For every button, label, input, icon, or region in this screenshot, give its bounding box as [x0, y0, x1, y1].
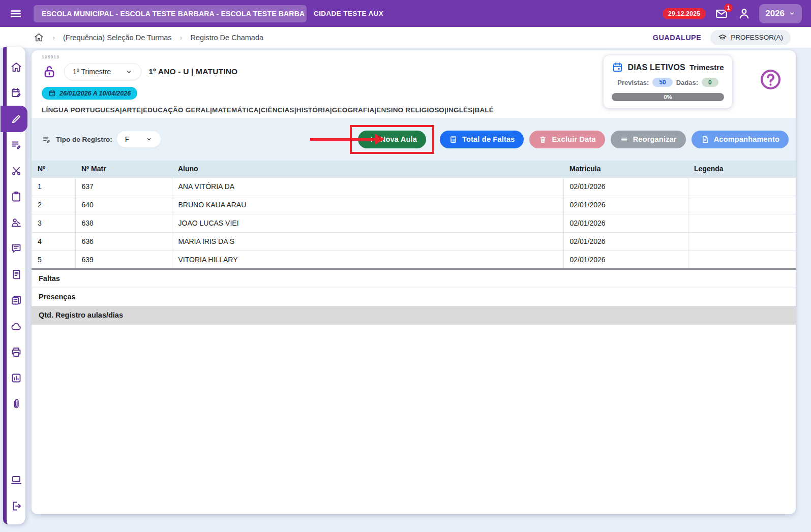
- table-cell: 637: [75, 177, 172, 196]
- sidebar-item-news[interactable]: [9, 293, 23, 307]
- date-range-text: 26/01/2026 A 10/04/2026: [59, 90, 131, 97]
- sidebar-item-home[interactable]: [9, 60, 23, 74]
- mail-button[interactable]: 1: [714, 7, 729, 20]
- dias-letivos-title: DIAS LETIVOS: [627, 63, 685, 72]
- year-dropdown[interactable]: 2026: [759, 4, 802, 23]
- table-cell: 02/01/2026: [563, 232, 688, 251]
- sidebar-item-records[interactable]: [9, 138, 23, 152]
- excluir-data-button[interactable]: Excluir Data: [529, 131, 605, 148]
- file-icon: [701, 135, 709, 144]
- paperclip-icon: [10, 398, 22, 410]
- dadas-value-badge: 0: [702, 78, 718, 87]
- trash-icon: [538, 135, 547, 144]
- table-cell: 639: [75, 251, 172, 269]
- calendar-icon: [48, 89, 56, 97]
- sidebar-item-clipboard[interactable]: [9, 190, 23, 204]
- table-cell: 02/01/2026: [563, 251, 688, 269]
- previstas-value-badge: 50: [652, 78, 672, 87]
- sidebar-item-attachments[interactable]: [9, 397, 23, 411]
- mail-count-badge: 1: [724, 4, 733, 12]
- user-profile-icon[interactable]: [737, 7, 751, 20]
- trimester-value: 1º Trimestre: [73, 68, 111, 76]
- table-cell: MARIA IRIS DA S: [172, 232, 563, 251]
- table-cell: VITORIA HILLARY: [172, 251, 563, 269]
- sidebar-item-attendance[interactable]: [9, 112, 23, 126]
- table-cell: 02/01/2026: [563, 214, 688, 232]
- table-cell: [688, 251, 796, 269]
- table-footer-rows: FaltasPresençasQtd. Registro aulas/dias: [32, 270, 796, 325]
- tipo-registro-label: Tipo de Registro:: [56, 136, 112, 143]
- trimester-dropdown[interactable]: 1º Trimestre: [64, 63, 141, 80]
- home-icon[interactable]: [34, 32, 44, 43]
- breadcrumb-separator: ›: [180, 33, 183, 42]
- tools-icon: [10, 165, 22, 177]
- table-cell: 5: [32, 251, 75, 269]
- hamburger-menu-icon[interactable]: [9, 7, 22, 20]
- column-header: Nº Matr: [75, 161, 172, 177]
- sidebar-item-computer[interactable]: [9, 473, 23, 487]
- table-cell: [688, 177, 796, 196]
- column-header: Aluno: [172, 161, 563, 177]
- top-bar: ESCOLA MUNICIPAL - ESCOLA TESTE BARBARA …: [0, 0, 811, 27]
- reorganizar-button[interactable]: Reorganizar: [611, 131, 686, 148]
- laptop-icon: [10, 474, 22, 486]
- sidebar-item-logout[interactable]: [9, 499, 23, 513]
- school-selector[interactable]: ESCOLA MUNICIPAL - ESCOLA TESTE BARBARA …: [34, 5, 307, 22]
- table-cell: JOAO LUCAS VIEI: [172, 214, 563, 232]
- student-row[interactable]: 3638JOAO LUCAS VIEI02/01/2026: [32, 214, 796, 232]
- column-header: Matricula: [563, 161, 688, 177]
- sidebar-item-teacher[interactable]: [9, 215, 23, 230]
- toolbar-buttons: Nova AulaTotal de FaltasExcluir DataReor…: [350, 125, 789, 154]
- sidebar-item-reports[interactable]: [9, 371, 23, 385]
- calendar-icon: [612, 61, 623, 73]
- cloud-icon: [10, 320, 22, 332]
- tipo-registro-value: F: [125, 135, 130, 143]
- class-title: 1º ANO - U | MATUTINO: [148, 67, 237, 76]
- student-row[interactable]: 4636MARIA IRIS DA S02/01/2026: [32, 232, 796, 251]
- bar-chart-icon: [10, 372, 22, 384]
- chevron-down-icon: [145, 136, 153, 143]
- student-row[interactable]: 1637ANA VITÓRIA DA02/01/2026: [32, 177, 796, 196]
- dias-letivos-subtitle: Trimestre: [689, 63, 724, 72]
- progress-bar: 0%: [612, 93, 724, 101]
- table-cell: [688, 196, 796, 214]
- table-cell: 02/01/2026: [563, 196, 688, 214]
- table-cell: 640: [75, 196, 172, 214]
- sidebar-item-messages[interactable]: [9, 241, 23, 256]
- breadcrumb-bar: › (Frequência) Seleção De Turmas › Regis…: [0, 27, 811, 48]
- list-edit-icon: [42, 135, 51, 144]
- calendar-edit-icon: [10, 87, 22, 99]
- user-role-label: PROFESSOR(A): [731, 34, 783, 41]
- home-icon: [10, 61, 22, 73]
- table-header-row: NºNº MatrAlunoMatriculaLegenda: [32, 161, 796, 177]
- sidebar-item-journal[interactable]: [9, 267, 23, 281]
- student-row[interactable]: 5639VITORIA HILLARY02/01/2026: [32, 251, 796, 269]
- teacher-desk-icon: [10, 216, 22, 229]
- attendance-table: NºNº MatrAlunoMatriculaLegenda 1637ANA V…: [32, 161, 796, 270]
- total-de-faltas-button[interactable]: Total de Faltas: [440, 131, 524, 148]
- breadcrumb-item-turmas[interactable]: (Frequência) Seleção De Turmas: [63, 34, 172, 42]
- table-cell: 1: [32, 177, 75, 196]
- table-cell: 2: [32, 196, 75, 214]
- content-card: 198913 1º Trimestre 1º ANO - U | MATUTIN…: [32, 50, 796, 514]
- student-row[interactable]: 2640BRUNO KAUA ARAU02/01/2026: [32, 196, 796, 214]
- sidebar-item-print[interactable]: [9, 345, 23, 359]
- sidebar-item-tools[interactable]: [9, 164, 23, 178]
- acompanhamento-button[interactable]: Acompanhamento: [692, 131, 789, 148]
- printer-icon: [10, 346, 22, 358]
- chevron-down-icon: [125, 68, 133, 76]
- class-header: 198913 1º Trimestre 1º ANO - U | MATUTIN…: [32, 50, 796, 118]
- breadcrumb-separator: ›: [52, 33, 55, 42]
- summary-row-qtd-registro-aulas-dias: Qtd. Registro aulas/dias: [32, 306, 796, 325]
- current-date-badge: 29.12.2025: [663, 8, 706, 19]
- toolbar-section: Tipo de Registro: F Nova AulaTotal de Fa…: [32, 118, 796, 161]
- sidebar-item-calendar[interactable]: [9, 86, 23, 100]
- clipboard-icon: [10, 191, 22, 203]
- tipo-registro-dropdown[interactable]: F: [117, 131, 161, 147]
- breadcrumb-item-chamada[interactable]: Registro De Chamada: [191, 34, 263, 42]
- dias-letivos-panel: DIAS LETIVOS Trimestre Previstas: 50 Dad…: [604, 55, 732, 108]
- table-cell: 636: [75, 232, 172, 251]
- sidebar-item-cloud[interactable]: [9, 319, 23, 333]
- city-name: CIDADE TESTE AUX: [314, 10, 383, 17]
- help-icon[interactable]: [759, 68, 782, 91]
